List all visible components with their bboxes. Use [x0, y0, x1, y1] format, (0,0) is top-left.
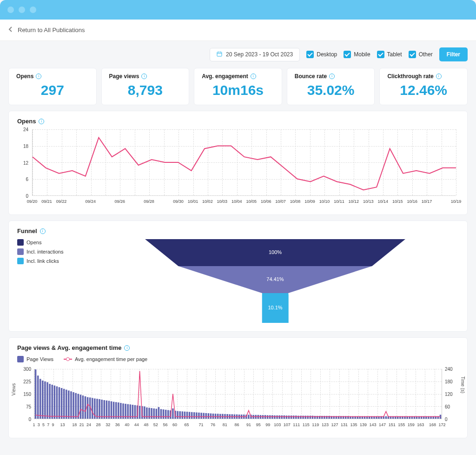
svg-rect-110 [278, 415, 280, 419]
funnel-legend: Opens Incl. interactions Incl. link clic… [17, 239, 82, 323]
info-icon[interactable]: i [40, 228, 46, 234]
svg-rect-11 [44, 381, 46, 419]
info-icon[interactable]: i [251, 74, 256, 79]
svg-rect-115 [291, 415, 292, 419]
svg-rect-67 [177, 411, 178, 419]
browser-frame: Return to All Publications 20 Sep 2023 -… [0, 0, 476, 455]
kpi-row: Opensi 297 Page viewsi 8,793 Avg. engage… [8, 68, 468, 105]
svg-rect-21 [68, 390, 70, 419]
svg-rect-76 [198, 413, 200, 419]
svg-rect-75 [196, 412, 198, 419]
svg-rect-37 [106, 401, 108, 419]
svg-rect-123 [310, 416, 311, 419]
info-icon[interactable]: i [124, 345, 130, 351]
svg-rect-82 [212, 414, 214, 419]
svg-rect-97 [248, 415, 250, 419]
legend-swatch [17, 248, 24, 255]
svg-rect-7 [35, 369, 37, 419]
svg-rect-117 [295, 415, 297, 419]
svg-rect-79 [205, 413, 207, 419]
checkbox-desktop[interactable]: Desktop [306, 51, 337, 58]
svg-rect-77 [200, 413, 202, 419]
checkbox-icon [409, 51, 416, 58]
dashboard-content: 20 Sep 2023 - 19 Oct 2023 Desktop Mobile… [0, 41, 476, 455]
checkbox-mobile[interactable]: Mobile [344, 51, 370, 58]
svg-rect-71 [186, 412, 188, 419]
kpi-bounce-rate: Bounce ratei 35.02% [287, 68, 375, 105]
svg-rect-13 [49, 384, 51, 419]
svg-rect-55 [148, 408, 150, 419]
svg-rect-29 [87, 397, 89, 419]
svg-rect-18 [61, 388, 63, 419]
svg-rect-40 [113, 402, 115, 419]
kpi-value: 297 [16, 82, 89, 98]
controls-row: 20 Sep 2023 - 19 Oct 2023 Desktop Mobile… [8, 47, 468, 61]
kpi-page-views: Page viewsi 8,793 [101, 68, 190, 105]
pageviews-legend: Page Views Avg. engagement time per page [17, 356, 459, 365]
svg-rect-109 [276, 415, 278, 419]
checkbox-icon [377, 51, 384, 58]
svg-rect-58 [156, 409, 158, 419]
calendar-icon [217, 51, 222, 58]
checkbox-tablet[interactable]: Tablet [377, 51, 402, 58]
window-dot [7, 7, 14, 13]
kpi-clickthrough: Clickthrough ratei 12.46% [379, 68, 468, 105]
svg-rect-28 [85, 396, 86, 419]
svg-rect-14 [51, 385, 53, 419]
svg-rect-9 [40, 379, 41, 419]
svg-rect-122 [307, 416, 309, 419]
kpi-opens: Opensi 297 [8, 68, 97, 105]
browser-titlebar [0, 0, 476, 20]
svg-rect-112 [284, 415, 285, 419]
svg-rect-15 [54, 386, 56, 419]
svg-rect-69 [182, 411, 184, 419]
info-icon[interactable]: i [329, 74, 335, 79]
date-range-picker[interactable]: 20 Sep 2023 - 19 Oct 2023 [210, 48, 300, 61]
svg-rect-65 [172, 408, 174, 419]
svg-rect-31 [92, 398, 93, 419]
svg-rect-34 [99, 399, 100, 419]
checkbox-other[interactable]: Other [409, 51, 433, 58]
svg-rect-51 [139, 406, 141, 419]
svg-rect-119 [300, 416, 302, 419]
svg-rect-56 [151, 408, 152, 419]
svg-rect-74 [193, 412, 195, 419]
svg-rect-16 [56, 386, 58, 419]
return-bar[interactable]: Return to All Publications [0, 20, 476, 41]
filter-button[interactable]: Filter [439, 47, 468, 61]
axis-label-left: Views [11, 383, 16, 396]
svg-rect-78 [203, 413, 205, 419]
svg-rect-27 [82, 395, 84, 419]
info-icon[interactable]: i [141, 74, 147, 79]
svg-rect-20 [66, 390, 67, 419]
pageviews-panel: Page views & Avg. engagement timei Page … [8, 337, 468, 438]
opens-chart-panel: Opensi 06121824 09/2009/2109/2209/2409/2… [8, 111, 468, 215]
svg-rect-118 [298, 416, 299, 419]
svg-rect-72 [189, 412, 191, 419]
svg-rect-54 [146, 408, 148, 419]
svg-rect-113 [286, 415, 288, 419]
return-label: Return to All Publications [18, 27, 85, 33]
svg-rect-70 [184, 412, 186, 419]
funnel-chart: 100%74.41%10.1% [92, 239, 459, 323]
svg-rect-0 [217, 52, 222, 56]
svg-rect-23 [73, 392, 74, 419]
legend-swatch [17, 258, 24, 264]
info-icon[interactable]: i [436, 74, 442, 79]
window-dot [19, 7, 25, 13]
info-icon[interactable]: i [36, 74, 41, 79]
svg-rect-73 [191, 412, 193, 419]
svg-rect-124 [312, 416, 314, 419]
svg-rect-114 [288, 415, 290, 419]
date-range-text: 20 Sep 2023 - 19 Oct 2023 [226, 51, 293, 58]
kpi-value: 10m16s [202, 82, 274, 98]
info-icon[interactable]: i [39, 119, 44, 124]
svg-rect-120 [302, 416, 304, 419]
svg-rect-84 [217, 414, 219, 419]
svg-rect-83 [215, 414, 217, 419]
svg-rect-60 [160, 409, 162, 419]
svg-rect-10 [42, 381, 44, 419]
legend-swatch [17, 356, 24, 362]
svg-rect-63 [167, 410, 169, 419]
checkbox-icon [306, 51, 314, 58]
